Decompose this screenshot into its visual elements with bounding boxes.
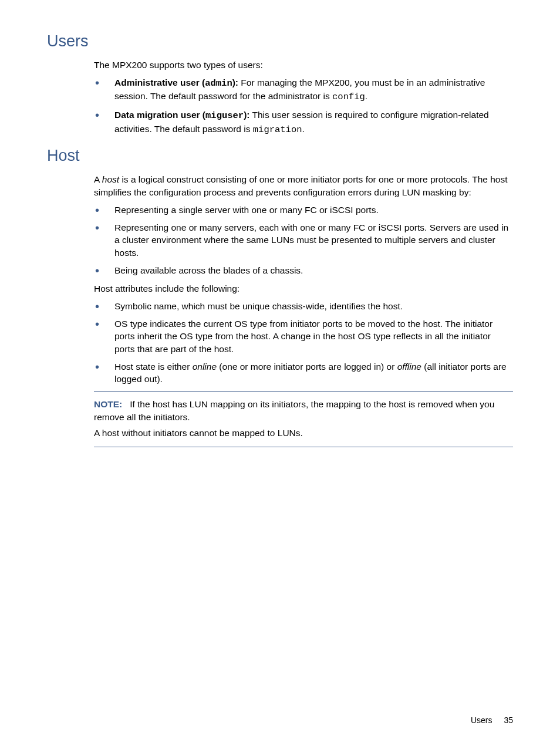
- host-list-item: Representing one or many servers, each w…: [94, 221, 513, 259]
- users-list-item: Data migration user (miguser): This user…: [94, 109, 513, 136]
- host-heading: Host: [47, 147, 513, 165]
- host-list1: Representing a single server with one or…: [94, 204, 513, 276]
- host-list-item: Host state is either online (one or more…: [94, 360, 513, 386]
- page-footer: Users 35: [471, 715, 513, 725]
- host-list-item: OS type indicates the current OS type fr…: [94, 318, 513, 356]
- host-list-item: Symbolic name, which must be unique chas…: [94, 300, 513, 313]
- host-intro: A host is a logical construct consisting…: [94, 173, 513, 198]
- note-label: NOTE:: [94, 399, 122, 409]
- users-intro: The MPX200 supports two types of users:: [94, 59, 513, 72]
- host-attributes-intro: Host attributes include the following:: [94, 282, 513, 295]
- footer-label: Users: [471, 715, 492, 725]
- note-p1: NOTE: If the host has LUN mapping on its…: [94, 398, 513, 423]
- users-section: Users The MPX200 supports two types of u…: [47, 32, 513, 136]
- footer-page-number: 35: [504, 715, 513, 725]
- item-bold: Administrative user (admin):: [114, 77, 238, 87]
- users-list: Administrative user (admin): For managin…: [94, 76, 513, 137]
- host-list-item: Representing a single server with one or…: [94, 204, 513, 217]
- host-list2: Symbolic name, which must be unique chas…: [94, 300, 513, 386]
- users-list-item: Administrative user (admin): For managin…: [94, 76, 513, 104]
- host-section: Host A host is a logical construct consi…: [47, 147, 513, 447]
- host-body: A host is a logical construct consisting…: [94, 173, 513, 447]
- host-list-item: Being available across the blades of a c…: [94, 264, 513, 277]
- users-body: The MPX200 supports two types of users: …: [94, 59, 513, 136]
- item-bold: Data migration user (miguser):: [114, 110, 249, 120]
- users-heading: Users: [47, 32, 513, 50]
- note-box: NOTE: If the host has LUN mapping on its…: [94, 391, 513, 447]
- note-p2: A host without initiators cannot be mapp…: [94, 427, 513, 440]
